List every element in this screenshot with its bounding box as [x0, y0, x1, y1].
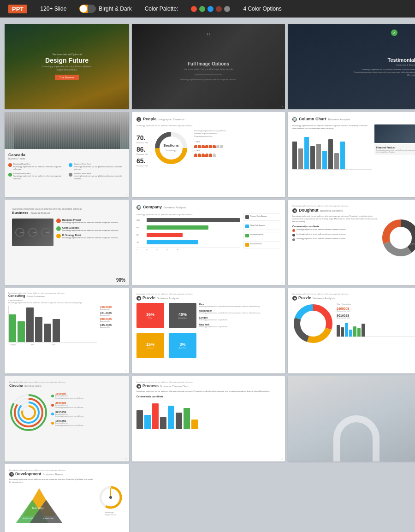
- page-num-14: 14: [281, 458, 283, 460]
- slide11-sub: Business Analysis: [157, 297, 179, 300]
- slide5-icon: ⣿: [136, 117, 141, 122]
- slide3-desc: Investingly implement via our platforms …: [354, 68, 415, 77]
- slide12-stat1: 160900$ Business Info text: [337, 307, 415, 312]
- svg-text:Technology: Technology: [32, 507, 44, 509]
- slide9-title: Doughnut: [299, 208, 318, 213]
- page-num-4: 4: [126, 194, 127, 196]
- color-dot-orange[interactable]: [216, 6, 222, 12]
- page-num-8: 8: [282, 282, 283, 284]
- page-num-10: 10: [125, 370, 127, 372]
- slide12-sub: Business Analysis: [313, 297, 335, 300]
- svg-text:Sections: Sections: [163, 143, 179, 148]
- slide7-header: Business Featured Product: [12, 211, 122, 215]
- slide9-coord: Conveniently coordinate: [292, 225, 379, 228]
- slide4-info3: Business News HereInvestingly implement …: [74, 163, 125, 171]
- slide-11[interactable]: Investingly implement via our platforms …: [132, 288, 285, 373]
- slide1-sub: Testimonials of Optional: [39, 53, 95, 56]
- slides-count: 120+ Slide: [40, 6, 66, 12]
- slide6-icon: 📊: [292, 117, 297, 122]
- color-dot-blue[interactable]: [208, 6, 213, 12]
- slide14-title: Process: [142, 384, 159, 388]
- slide-13[interactable]: Investingly implement via our platforms …: [5, 376, 129, 461]
- slide14-coord: Conveniently coordinate: [136, 395, 280, 398]
- svg-point-15: [302, 313, 324, 335]
- slide1-desc: Investingly implement via our platforms …: [39, 65, 95, 71]
- slide-8[interactable]: 📊 Company Business Analysis Investingly …: [132, 200, 285, 285]
- slide13-title: Circular: [9, 384, 23, 388]
- slide-7[interactable]: Investingly implement via our platforms …: [5, 200, 129, 285]
- slide16-desc: Investingly implement via our platforms …: [9, 478, 94, 484]
- slide7-progress: 90%: [116, 278, 125, 283]
- slide-10[interactable]: Investingly implement via our platforms …: [5, 288, 129, 373]
- slide-12[interactable]: Investingly implement via our platforms …: [288, 288, 415, 373]
- ppt-badge: PPT: [8, 5, 27, 13]
- slide7-item1: Business ProjectInvestingly implement vi…: [56, 219, 122, 224]
- page-num-5: 5: [282, 194, 283, 196]
- slide4-info1: Business News HereInvestingly implement …: [13, 163, 65, 171]
- slide-1[interactable]: Testimonials of Optional Design Future I…: [5, 24, 129, 109]
- slide5-stat1-label: Business Title: [136, 142, 148, 144]
- slide-2[interactable]: " Full Image Options see more action ite…: [132, 24, 285, 109]
- slide13-stats: 150500$ Business Info textInvestingly im…: [51, 390, 125, 431]
- slide-14[interactable]: Investingly implement via our platforms …: [132, 376, 285, 461]
- slide8-hbars: 100 60 20 10: [136, 218, 240, 246]
- page-num-2: 2: [282, 106, 283, 108]
- slide16-icon: ⚙: [9, 472, 14, 477]
- slide16-triangles: Technology A.Value Title A.Value Title: [9, 486, 94, 523]
- slide13-sub: Business Charts: [24, 384, 41, 387]
- color-dot-green[interactable]: [199, 6, 205, 12]
- slide10-stat1: 150,600$ Business Info: [100, 306, 125, 310]
- slide10-stat2: 151,200$ Business Info: [100, 312, 125, 316]
- slide-9[interactable]: Investingly implement via our platforms …: [288, 200, 415, 285]
- slide11-title: Puzzle: [142, 296, 155, 300]
- slide12-icon: ◉: [292, 296, 297, 301]
- slide16-title: Development: [15, 472, 42, 476]
- slide1-cta[interactable]: True Business: [55, 75, 79, 80]
- slide-4[interactable]: Cascada Business Theme Business News Her…: [5, 112, 129, 197]
- slide5-stat2-label: Business Title: [136, 153, 148, 155]
- slides-grid: Testimonials of Optional Design Future I…: [0, 18, 415, 532]
- slide9-icon: ◉: [292, 208, 297, 213]
- slide8-title: Company: [143, 205, 162, 209]
- slide10-title: Consulting: [8, 294, 25, 297]
- slide4-info4: Business News HereInvestingly implement …: [74, 172, 125, 180]
- slide9-list: Investingly implement via our platforms …: [292, 229, 379, 241]
- slide8-list1: Finance Sales Analysis: [243, 213, 280, 221]
- slide-5[interactable]: ⣿ People Infographic Elements Investingl…: [132, 112, 285, 197]
- page-num-11: 11: [281, 370, 283, 372]
- palette-label: Color Palette:: [145, 6, 178, 12]
- slide7-clocks-img: [12, 219, 53, 246]
- slide-3[interactable]: ✓ Testimonials Costumer & Business Inves…: [288, 24, 415, 109]
- slide6-feature-box: Featured Product Investingly implement v…: [374, 144, 415, 155]
- slide5-title: People: [143, 117, 157, 121]
- slide13-circles: [9, 390, 48, 431]
- slide5-stat1: 70.: [136, 134, 148, 142]
- slide10-stat3: 880,500$ Business Info: [100, 318, 125, 322]
- theme-toggle[interactable]: Birght & Dark: [79, 5, 131, 13]
- slide12-mini-bars: [337, 321, 415, 337]
- slide8-list4: Business Loans: [243, 241, 280, 248]
- color-dot-gray[interactable]: [224, 6, 230, 12]
- slide-16[interactable]: Investingly implement via our platforms …: [5, 464, 129, 532]
- svg-text:A.Value Title: A.Value Title: [23, 517, 33, 520]
- slide2-sublabel: see more action items and achieve better…: [176, 68, 241, 71]
- slide12-stat2: 901002$ Business Info text: [337, 314, 415, 319]
- slide9-subtitle: Business Sections: [320, 209, 343, 212]
- svg-point-34: [109, 496, 112, 499]
- slide1-title: Design Future: [39, 57, 95, 64]
- column-chart-bars: [292, 133, 372, 170]
- slide5-stat3-label: Business Title: [136, 165, 148, 167]
- slide14-chart: [136, 399, 280, 429]
- page-num-7: 7: [126, 282, 127, 284]
- slide-15[interactable]: 15: [288, 376, 415, 461]
- slide9-donut-chart: 9% 23%: [381, 215, 415, 261]
- slide9-desc: Investingly implement via our platforms …: [292, 215, 379, 223]
- slide3-sub: Costumer & Business: [354, 64, 415, 66]
- slide4-sub: Business Theme: [8, 157, 125, 160]
- slide14-desc: Investingly implement via our platforms …: [136, 390, 280, 393]
- slide5-stat2: 86.: [136, 146, 148, 153]
- slide3-title: Testimonials: [354, 57, 415, 63]
- topbar: PPT 120+ Slide Birght & Dark Color Palet…: [0, 0, 415, 18]
- color-dot-red[interactable]: [191, 6, 197, 12]
- slide-6[interactable]: 📊 Column Chart Business Analysis Investi…: [288, 112, 415, 197]
